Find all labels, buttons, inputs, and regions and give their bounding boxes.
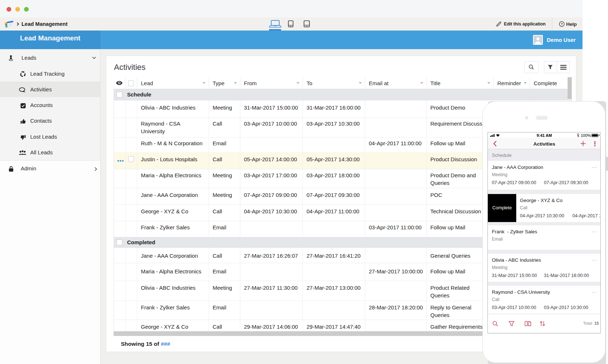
- svg-text:?: ?: [561, 22, 563, 26]
